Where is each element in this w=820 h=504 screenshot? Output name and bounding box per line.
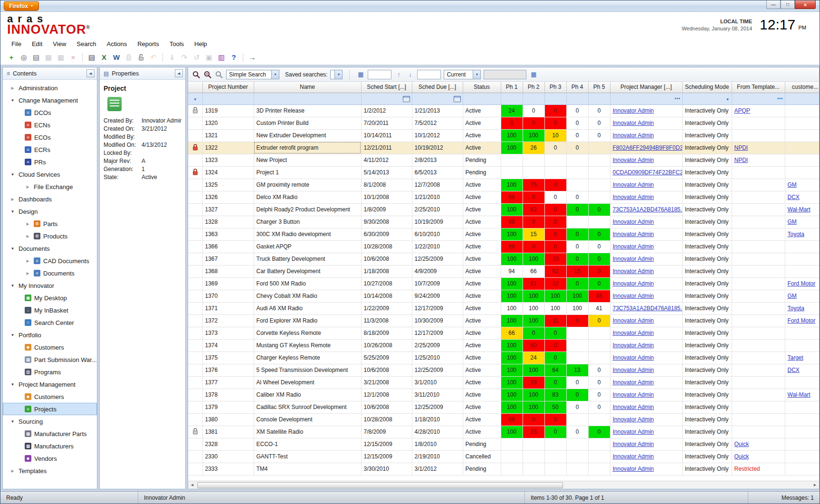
customer-link[interactable]: DCX <box>788 194 800 200</box>
filter-cell[interactable] <box>785 93 819 105</box>
table-row[interactable]: 2330GANTT-Test12/15/20092/19/2010Cancell… <box>188 450 819 463</box>
sidebar-item-customers[interactable]: ☻Customers <box>3 390 97 403</box>
project-manager-link[interactable]: Innovator Admin <box>613 367 654 373</box>
project-manager-link[interactable]: Innovator Admin <box>613 194 654 200</box>
scrollbar-thumb[interactable] <box>197 482 563 488</box>
filter-cell[interactable]: ⋯ <box>610 93 682 105</box>
sidebar-item-administration[interactable]: ▶Administration <box>3 82 97 94</box>
column-header-scheduling-mode[interactable]: Scheduling Mode <box>682 82 732 93</box>
sidebar-item-dcos[interactable]: ≡DCOs <box>3 106 97 119</box>
filter-cell[interactable]: ⋯ <box>732 93 785 105</box>
customer-link[interactable]: Ford Motor <box>788 280 816 287</box>
project-manager-link[interactable]: Innovator Admin <box>613 157 654 163</box>
sidebar-item-templates[interactable]: ▶Templates <box>3 465 97 477</box>
sidebar-item-manufacturer-parts[interactable]: ▦Manufacturer Parts <box>3 428 97 440</box>
collapse-arrow-icon[interactable]: ▼ <box>10 284 16 288</box>
column-header-ph-3[interactable]: Ph 3 <box>544 82 566 93</box>
sched-start-calendar-icon[interactable] <box>403 96 410 102</box>
customer-link[interactable]: GM <box>788 293 797 299</box>
menu-tools[interactable]: Tools <box>164 38 189 49</box>
project-manager-link[interactable]: Innovator Admin <box>613 453 654 460</box>
column-header-ph-4[interactable]: Ph 4 <box>566 82 588 93</box>
expand-arrow-icon[interactable]: ▶ <box>10 469 16 473</box>
table-row[interactable]: 1326Delco XM Radio10/1/20081/21/2010Acti… <box>188 191 819 203</box>
menu-edit[interactable]: Edit <box>27 38 48 49</box>
table-row[interactable]: 1379Cadillac SRX Sunroof Development10/6… <box>188 401 819 413</box>
table-row[interactable]: 1378Caliber XM Radio12/1/20083/11/2010Ac… <box>188 389 819 401</box>
project-manager-link[interactable]: Innovator Admin <box>613 416 654 423</box>
sidebar-item-parts[interactable]: ▶⚙Parts <box>3 218 97 230</box>
customer-link[interactable]: Toyota <box>788 305 804 312</box>
sidebar-item-project-management[interactable]: ▼Project Management <box>3 378 97 390</box>
scroll-right-icon[interactable]: ▶ <box>811 481 819 489</box>
expand-arrow-icon[interactable]: ▶ <box>10 197 16 201</box>
collapse-properties-button[interactable]: ◀ <box>175 69 183 77</box>
sidebar-item-my-innovator[interactable]: ▼My Innovator <box>3 279 97 292</box>
table-row[interactable]: 1363300C XM Radio development6/30/20096/… <box>188 228 819 240</box>
project-manager-link[interactable]: Innovator Admin <box>613 268 654 275</box>
customer-link[interactable]: Wal-Mart <box>788 391 810 398</box>
project-manager-link[interactable]: Innovator Admin <box>613 354 654 361</box>
collapse-arrow-icon[interactable]: ▼ <box>10 98 16 103</box>
collapse-arrow-icon[interactable]: ▼ <box>10 382 16 387</box>
menu-view[interactable]: View <box>48 38 71 49</box>
table-row[interactable]: 13193D Printer Release1/2/20121/21/2013A… <box>188 105 819 117</box>
filter-cell[interactable]: ▼ <box>188 93 202 105</box>
revision-select[interactable]: Current ▼ <box>444 70 481 79</box>
sidebar-item-products[interactable]: ▶⚙Products <box>3 230 97 242</box>
unlock-icon[interactable] <box>135 52 147 63</box>
column-header-status[interactable]: Status <box>463 82 501 93</box>
expand-arrow-icon[interactable]: ▶ <box>25 222 31 226</box>
column-header-ph-5[interactable]: Ph 5 <box>588 82 610 93</box>
sidebar-item-search-center[interactable]: ○Search Center <box>3 316 97 329</box>
project-manager-link[interactable]: Innovator Admin <box>613 342 654 349</box>
table-row[interactable]: 1322Extruder retrofit program12/21/20111… <box>188 142 819 154</box>
collapse-arrow-icon[interactable]: ▼ <box>10 247 16 251</box>
table-row[interactable]: 1374Mustang GT Keyless Remote10/26/20082… <box>188 339 819 352</box>
firefox-menu-button[interactable]: Firefox ▾ <box>4 1 39 11</box>
export-word-icon[interactable]: W <box>110 52 123 63</box>
menu-file[interactable]: File <box>6 38 27 49</box>
project-manager-picker-icon[interactable]: ⋯ <box>675 95 680 102</box>
collapse-arrow-icon[interactable]: ▼ <box>10 209 16 214</box>
project-manager-link[interactable]: Innovator Admin <box>613 181 654 188</box>
project-manager-link[interactable]: Innovator Admin <box>613 404 654 410</box>
search-type-select[interactable]: Simple Search ▼ <box>226 70 279 79</box>
table-row[interactable]: 1320Custom Printer Build7/20/20117/5/201… <box>188 117 819 129</box>
sidebar-item-cloud-services[interactable]: ▼Cloud Services <box>3 168 97 181</box>
filter-cell[interactable] <box>412 93 463 105</box>
from-template-link[interactable]: APQP <box>734 107 750 114</box>
from-template-link[interactable]: NPDI <box>734 144 748 151</box>
table-row[interactable]: 1373Corvette Keyless Remote8/18/200912/1… <box>188 327 819 339</box>
project-manager-link[interactable]: 73C753A1A2BD476A8185... <box>613 206 683 213</box>
project-manager-link[interactable]: Innovator Admin <box>613 120 654 126</box>
project-manager-link[interactable]: Innovator Admin <box>613 330 654 336</box>
customer-link[interactable]: Ford Motor <box>788 317 816 324</box>
expand-arrow-icon[interactable]: ▶ <box>25 259 31 263</box>
sort-descending-icon[interactable]: ↓ <box>406 70 414 79</box>
collapse-arrow-icon[interactable]: ▼ <box>10 333 16 337</box>
customer-link[interactable]: Target <box>788 354 803 361</box>
table-row[interactable]: 1366Gasket APQP10/28/20081/22/2010Active… <box>188 240 819 253</box>
scroll-left-icon[interactable]: ◀ <box>188 481 196 489</box>
sidebar-item-documents[interactable]: ▼Documents <box>3 242 97 255</box>
new-item-icon[interactable]: + <box>5 52 18 63</box>
sidebar-item-design[interactable]: ▼Design <box>3 205 97 218</box>
sidebar-item-portfolio[interactable]: ▼Portfolio <box>3 329 97 341</box>
maximize-button[interactable]: □ <box>781 0 795 9</box>
sidebar-item-ecos[interactable]: ≡ECOs <box>3 131 97 143</box>
column-header-project-manager[interactable]: Project Manager [...] <box>610 82 682 93</box>
customer-link[interactable]: GM <box>788 181 797 188</box>
copy-item-icon[interactable]: ▤ <box>30 52 42 63</box>
menu-search[interactable]: Search <box>71 38 101 49</box>
project-manager-link[interactable]: 73C753A1A2BD476A8185... <box>613 305 683 312</box>
sched-due-calendar-icon[interactable] <box>454 96 461 102</box>
page-size-input[interactable] <box>368 70 391 79</box>
table-row[interactable]: 1372Ford Explorer XM Radio11/3/200810/30… <box>188 314 819 327</box>
expand-arrow-icon[interactable]: ▶ <box>25 234 31 238</box>
filter-menu-icon[interactable]: ▼ <box>193 97 197 102</box>
expand-arrow-icon[interactable]: ▶ <box>10 86 16 90</box>
project-manager-link[interactable]: Innovator Admin <box>613 391 654 398</box>
from-template-link[interactable]: Quick <box>734 453 749 460</box>
project-manager-link[interactable]: Innovator Admin <box>613 293 654 299</box>
